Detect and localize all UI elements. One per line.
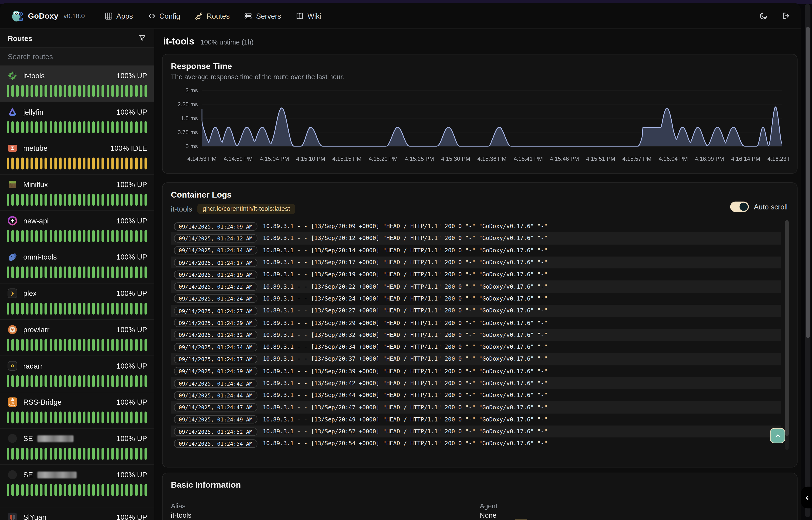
sidebar-route-rss-bridge[interactable]: rssBridgeRSS-Bridge100% UP [0, 392, 154, 429]
sidebar-route-new-api[interactable]: new-api100% UP [0, 211, 154, 247]
uptime-bar [125, 157, 128, 170]
uptime-bar [106, 375, 109, 387]
sidebar-route-it-tools[interactable]: it-tools100% UP [0, 66, 154, 102]
autoscroll-toggle[interactable] [730, 202, 749, 212]
route-name: new-api [23, 217, 49, 225]
log-timestamp-badge: 09/14/2025, 01:24:22 AM [174, 283, 257, 291]
uptime-bar [87, 121, 90, 133]
sidebar-route-se[interactable]: SE100% UP [0, 465, 154, 501]
log-timestamp-badge: 09/14/2025, 01:24:17 AM [174, 258, 257, 267]
uptime-bar [78, 303, 81, 314]
uptime-bar [21, 448, 24, 460]
logout-icon[interactable] [782, 11, 790, 20]
uptime-bar [135, 484, 138, 496]
response-time-title: Response Time [171, 62, 789, 71]
uptime-bar [97, 303, 100, 314]
theme-toggle-moon-icon[interactable] [759, 11, 768, 20]
uptime-bar [21, 157, 24, 170]
uptime-bar [16, 157, 19, 170]
scroll-to-top-button[interactable] [770, 428, 785, 443]
nav-item-servers[interactable]: Servers [244, 11, 281, 20]
svg-text:rss: rss [10, 401, 14, 404]
log-timestamp-badge: 09/14/2025, 01:24:09 AM [174, 222, 257, 231]
log-timestamp-badge: 09/14/2025, 01:24:12 AM [174, 234, 257, 242]
log-message: 10.89.3.1 - - [13/Sep/20:22 +0000] "HEAD… [263, 283, 548, 290]
log-message: 10.89.3.1 - - [13/Sep/20:44 +0000] "HEAD… [263, 392, 548, 399]
omni-tools-icon [7, 251, 18, 263]
sidebar-route-se[interactable]: SE100% UP [0, 429, 154, 465]
route-status: 100% UP [116, 471, 147, 479]
uptime-bar [121, 411, 123, 423]
sidebar-route-metube[interactable]: metube100% IDLE [0, 138, 154, 175]
autoscroll-control: Auto scroll [730, 202, 788, 212]
uptime-bars [7, 303, 147, 314]
uptime-bar [97, 448, 100, 460]
uptime-bar [7, 303, 9, 314]
log-message: 10.89.3.1 - - [13/Sep/20:34 +0000] "HEAD… [263, 344, 548, 350]
uptime-bar [140, 157, 142, 170]
uptime-bar [64, 411, 66, 423]
uptime-bar [106, 230, 109, 242]
uptime-bar [102, 121, 104, 133]
uptime-bar [59, 484, 61, 496]
uptime-bars [7, 85, 147, 97]
log-message: 10.89.3.1 - - [13/Sep/20:37 +0000] "HEAD… [263, 356, 548, 363]
uptime-bar [78, 85, 81, 97]
uptime-bar [83, 448, 85, 460]
uptime-bar [121, 85, 123, 97]
uptime-bar [64, 230, 66, 242]
nav-item-wiki[interactable]: Wiki [296, 11, 321, 20]
uptime-bar [45, 266, 47, 278]
uptime-bar [92, 266, 95, 278]
uptime-bar [130, 157, 133, 170]
nav-item-apps[interactable]: Apps [105, 11, 133, 20]
uptime-bar [121, 339, 123, 351]
log-row: 09/14/2025, 01:24:32 AM10.89.3.1 - - [13… [171, 329, 781, 341]
uptime-bar [54, 194, 57, 206]
panel-collapse-handle[interactable] [801, 487, 812, 509]
uptime-bar [64, 266, 66, 278]
logs-meta: it-tools ghcr.io/corentinth/it-tools:lat… [171, 204, 789, 214]
brand[interactable]: GoDoxy v0.18.0 [10, 9, 85, 23]
miniflux-icon [7, 179, 18, 190]
sidebar-route-jellyfin[interactable]: jellyfin100% UP [0, 102, 154, 138]
uptime-bar [130, 448, 133, 460]
uptime-bar [26, 375, 28, 387]
route-name: SE [23, 471, 76, 479]
sidebar-route-omni-tools[interactable]: omni-tools100% UP [0, 247, 154, 284]
uptime-bar [68, 339, 71, 351]
uptime-bar [50, 157, 52, 170]
log-scrollbar[interactable] [785, 220, 789, 450]
uptime-bar [92, 121, 95, 133]
uptime-bar [64, 194, 66, 206]
uptime-bar [111, 375, 114, 387]
uptime-bar [116, 194, 118, 206]
uptime-bar [97, 266, 100, 278]
route-name: RSS-Bridge [23, 398, 61, 406]
sidebar-route-radarr[interactable]: radarr100% UP [0, 356, 154, 392]
uptime-bar [106, 266, 109, 278]
page-scrollbar[interactable] [805, 4, 810, 517]
svg-text:4:15:10 PM: 4:15:10 PM [296, 156, 325, 162]
field-label: Agent [480, 502, 789, 510]
sidebar-route-siyuan[interactable]: SiYuan100% UP [0, 508, 154, 520]
sidebar-route-plex[interactable]: plex100% UP [0, 284, 154, 320]
sidebar-route-prowlarr[interactable]: prowlarr100% UP [0, 320, 154, 356]
log-message: 10.89.3.1 - - [13/Sep/20:12 +0000] "HEAD… [263, 235, 548, 242]
uptime-bar [16, 411, 19, 423]
sidebar-route-miniflux[interactable]: Miniflux100% UP [0, 175, 154, 211]
log-timestamp-badge: 09/14/2025, 01:24:32 AM [174, 331, 257, 339]
uptime-bar [121, 194, 123, 206]
uptime-bar [54, 157, 57, 170]
uptime-bar [121, 375, 123, 387]
uptime-bar [73, 448, 76, 460]
uptime-bar [130, 194, 133, 206]
log-message: 10.89.3.1 - - [13/Sep/20:19 +0000] "HEAD… [263, 271, 548, 278]
page-scrollbar-thumb[interactable] [806, 27, 810, 338]
nav-item-routes[interactable]: Routes [195, 11, 230, 20]
search-routes-input[interactable] [0, 52, 154, 61]
uptime-bar [140, 194, 142, 206]
log-scrollbar-thumb[interactable] [785, 220, 789, 436]
filter-icon[interactable] [138, 34, 146, 42]
nav-item-config[interactable]: Config [147, 11, 180, 20]
